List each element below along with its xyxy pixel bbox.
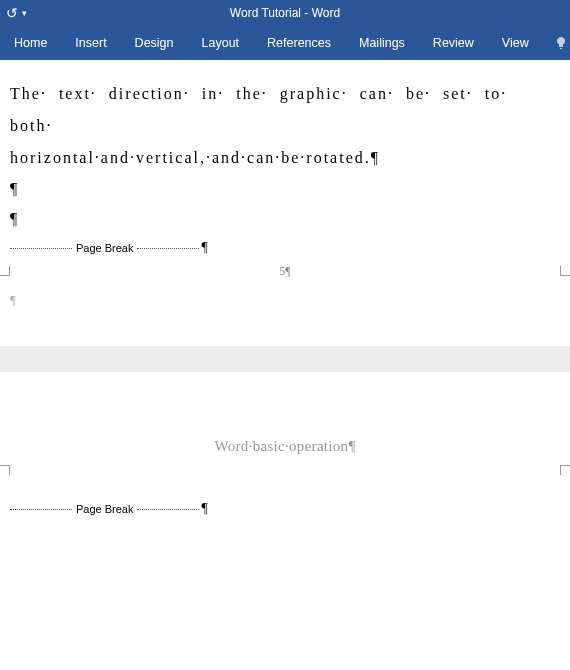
undo-icon[interactable]: ↺ [6,5,18,21]
tab-mailings[interactable]: Mailings [345,28,419,58]
crop-mark-bottom-left [0,266,10,276]
tell-me-search[interactable]: Tell m [543,21,570,65]
page-break-marker[interactable]: Page Break ¶ [0,234,570,262]
window-title: Word Tutorial - Word [230,6,340,20]
title-bar: ↺ ▾ Word Tutorial - Word [0,0,570,26]
crop-mark-top-right [560,465,570,475]
crop-mark-bottom-right [560,266,570,276]
paragraph-body[interactable]: The· text· direction· in· the· graphic· … [0,60,570,174]
page-number: 5¶ [279,264,290,279]
tab-review[interactable]: Review [419,28,488,58]
page-break-dots-left [10,248,72,249]
lightbulb-icon [555,36,567,50]
footer-paragraph-mark: ¶ [0,290,570,310]
crop-mark-top-left [0,465,10,475]
tab-layout[interactable]: Layout [188,28,254,58]
qat-customize-dropdown[interactable]: ▾ [22,8,27,18]
page-break-pilcrow-2: ¶ [199,501,207,517]
tab-home[interactable]: Home [6,28,61,58]
page-break-pilcrow: ¶ [199,240,207,256]
page-header[interactable]: Word·basic·operation¶ [0,372,570,465]
page-break-dots-left-2 [10,509,72,510]
page-footer-region: 5¶ [0,262,570,290]
page-break-dots-right [137,248,199,249]
page-gap [0,346,570,372]
tab-insert[interactable]: Insert [61,28,120,58]
empty-paragraph-2[interactable]: ¶ [0,204,570,234]
document-page-1[interactable]: The· text· direction· in· the· graphic· … [0,60,570,310]
page-header-crop-row [0,465,570,479]
empty-paragraph-1[interactable]: ¶ [0,174,570,204]
page-break-label: Page Break [72,242,137,254]
quick-access-toolbar: ↺ ▾ [6,5,27,21]
tab-design[interactable]: Design [121,28,188,58]
tab-references[interactable]: References [253,28,345,58]
page-break-label-2: Page Break [72,503,137,515]
page-break-marker-2[interactable]: Page Break ¶ [0,495,570,523]
ribbon-tabs: Home Insert Design Layout References Mai… [0,26,570,60]
document-page-2[interactable]: Word·basic·operation¶ Page Break ¶ [0,372,570,523]
body-line-1: The· text· direction· in· the· graphic· … [10,78,560,142]
body-line-2: horizontal·and·vertical,·and·can·be·rota… [10,142,560,174]
tab-view[interactable]: View [488,28,543,58]
page-break-dots-right-2 [137,509,199,510]
